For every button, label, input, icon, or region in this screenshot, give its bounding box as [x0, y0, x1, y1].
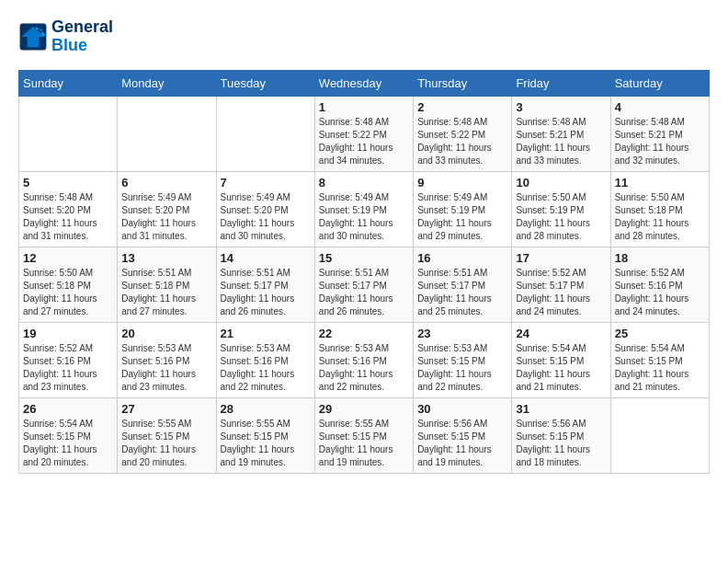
day-info: Sunrise: 5:50 AM Sunset: 5:18 PM Dayligh…: [615, 191, 705, 243]
day-info: Sunrise: 5:52 AM Sunset: 5:16 PM Dayligh…: [23, 342, 113, 394]
day-info: Sunrise: 5:52 AM Sunset: 5:16 PM Dayligh…: [615, 267, 705, 318]
day-info: Sunrise: 5:49 AM Sunset: 5:19 PM Dayligh…: [417, 191, 507, 243]
calendar-week-row: 12Sunrise: 5:50 AM Sunset: 5:18 PM Dayli…: [19, 247, 710, 322]
weekday-header: Tuesday: [216, 70, 314, 96]
weekday-header: Saturday: [610, 70, 709, 96]
day-info: Sunrise: 5:53 AM Sunset: 5:16 PM Dayligh…: [121, 342, 211, 394]
day-number: 27: [121, 402, 211, 416]
calendar-cell: 2Sunrise: 5:48 AM Sunset: 5:22 PM Daylig…: [414, 96, 512, 171]
calendar-cell: 21Sunrise: 5:53 AM Sunset: 5:16 PM Dayli…: [216, 322, 314, 397]
day-number: 3: [516, 100, 606, 114]
day-info: Sunrise: 5:53 AM Sunset: 5:16 PM Dayligh…: [319, 342, 409, 394]
day-number: 18: [615, 251, 705, 265]
calendar-cell: 6Sunrise: 5:49 AM Sunset: 5:20 PM Daylig…: [118, 171, 216, 247]
logo: General Blue: [18, 18, 113, 55]
calendar-table: SundayMondayTuesdayWednesdayThursdayFrid…: [18, 70, 710, 474]
day-info: Sunrise: 5:50 AM Sunset: 5:18 PM Dayligh…: [23, 267, 113, 318]
day-number: 26: [23, 402, 113, 416]
calendar-cell: 4Sunrise: 5:48 AM Sunset: 5:21 PM Daylig…: [610, 96, 709, 171]
day-number: 5: [23, 176, 113, 190]
day-info: Sunrise: 5:49 AM Sunset: 5:19 PM Dayligh…: [319, 191, 409, 243]
calendar-cell: 29Sunrise: 5:55 AM Sunset: 5:15 PM Dayli…: [314, 397, 413, 473]
day-info: Sunrise: 5:55 AM Sunset: 5:15 PM Dayligh…: [221, 418, 311, 469]
day-number: 23: [417, 327, 507, 340]
day-info: Sunrise: 5:56 AM Sunset: 5:15 PM Dayligh…: [417, 418, 507, 469]
day-info: Sunrise: 5:49 AM Sunset: 5:20 PM Dayligh…: [121, 191, 211, 243]
day-info: Sunrise: 5:51 AM Sunset: 5:17 PM Dayligh…: [319, 267, 409, 318]
calendar-week-row: 5Sunrise: 5:48 AM Sunset: 5:20 PM Daylig…: [19, 171, 710, 247]
day-number: 30: [417, 402, 507, 416]
day-number: 12: [23, 251, 113, 265]
day-number: 31: [516, 402, 606, 416]
day-number: 19: [23, 327, 113, 340]
day-number: 14: [221, 251, 311, 265]
calendar-cell: 14Sunrise: 5:51 AM Sunset: 5:17 PM Dayli…: [216, 247, 314, 322]
calendar-cell: 12Sunrise: 5:50 AM Sunset: 5:18 PM Dayli…: [19, 247, 118, 322]
day-number: 24: [516, 327, 606, 340]
calendar-cell: [19, 96, 118, 171]
day-number: 2: [417, 100, 507, 114]
calendar-cell: 13Sunrise: 5:51 AM Sunset: 5:18 PM Dayli…: [118, 247, 216, 322]
weekday-header: Friday: [512, 70, 610, 96]
page-header: General Blue: [18, 18, 710, 55]
day-number: 7: [221, 176, 311, 190]
calendar-cell: 5Sunrise: 5:48 AM Sunset: 5:20 PM Daylig…: [19, 171, 118, 247]
day-number: 6: [121, 176, 211, 190]
day-info: Sunrise: 5:50 AM Sunset: 5:19 PM Dayligh…: [516, 191, 606, 243]
calendar-cell: 16Sunrise: 5:51 AM Sunset: 5:17 PM Dayli…: [414, 247, 512, 322]
day-number: 29: [319, 402, 409, 416]
calendar-cell: 30Sunrise: 5:56 AM Sunset: 5:15 PM Dayli…: [414, 397, 512, 473]
logo-text: General Blue: [51, 18, 113, 55]
calendar-cell: [610, 397, 709, 473]
day-info: Sunrise: 5:53 AM Sunset: 5:16 PM Dayligh…: [221, 342, 311, 394]
day-number: 21: [221, 327, 311, 340]
day-info: Sunrise: 5:48 AM Sunset: 5:21 PM Dayligh…: [516, 116, 606, 167]
calendar-cell: 23Sunrise: 5:53 AM Sunset: 5:15 PM Dayli…: [414, 322, 512, 397]
day-info: Sunrise: 5:51 AM Sunset: 5:17 PM Dayligh…: [221, 267, 311, 318]
calendar-cell: 26Sunrise: 5:54 AM Sunset: 5:15 PM Dayli…: [19, 397, 118, 473]
day-info: Sunrise: 5:48 AM Sunset: 5:20 PM Dayligh…: [23, 191, 113, 243]
calendar-cell: 27Sunrise: 5:55 AM Sunset: 5:15 PM Dayli…: [118, 397, 216, 473]
calendar-cell: [118, 96, 216, 171]
day-info: Sunrise: 5:49 AM Sunset: 5:20 PM Dayligh…: [221, 191, 311, 243]
logo-icon: [18, 22, 48, 52]
day-number: 9: [417, 176, 507, 190]
calendar-cell: 7Sunrise: 5:49 AM Sunset: 5:20 PM Daylig…: [216, 171, 314, 247]
weekday-header: Thursday: [414, 70, 512, 96]
calendar-cell: [216, 96, 314, 171]
calendar-cell: 10Sunrise: 5:50 AM Sunset: 5:19 PM Dayli…: [512, 171, 610, 247]
day-info: Sunrise: 5:52 AM Sunset: 5:17 PM Dayligh…: [516, 267, 606, 318]
day-number: 22: [319, 327, 409, 340]
day-number: 13: [121, 251, 211, 265]
day-number: 16: [417, 251, 507, 265]
day-number: 1: [319, 100, 409, 114]
day-number: 8: [319, 176, 409, 190]
calendar-cell: 28Sunrise: 5:55 AM Sunset: 5:15 PM Dayli…: [216, 397, 314, 473]
weekday-header: Monday: [118, 70, 216, 96]
weekday-header: Wednesday: [314, 70, 413, 96]
calendar-cell: 3Sunrise: 5:48 AM Sunset: 5:21 PM Daylig…: [512, 96, 610, 171]
calendar-cell: 1Sunrise: 5:48 AM Sunset: 5:22 PM Daylig…: [314, 96, 413, 171]
calendar-cell: 18Sunrise: 5:52 AM Sunset: 5:16 PM Dayli…: [610, 247, 709, 322]
day-number: 4: [615, 100, 705, 114]
weekday-header: Sunday: [19, 70, 118, 96]
day-info: Sunrise: 5:54 AM Sunset: 5:15 PM Dayligh…: [516, 342, 606, 394]
calendar-cell: 8Sunrise: 5:49 AM Sunset: 5:19 PM Daylig…: [314, 171, 413, 247]
day-info: Sunrise: 5:55 AM Sunset: 5:15 PM Dayligh…: [319, 418, 409, 469]
calendar-week-row: 19Sunrise: 5:52 AM Sunset: 5:16 PM Dayli…: [19, 322, 710, 397]
calendar-body: 1Sunrise: 5:48 AM Sunset: 5:22 PM Daylig…: [19, 96, 710, 473]
calendar-cell: 31Sunrise: 5:56 AM Sunset: 5:15 PM Dayli…: [512, 397, 610, 473]
day-number: 20: [121, 327, 211, 340]
day-info: Sunrise: 5:54 AM Sunset: 5:15 PM Dayligh…: [23, 418, 113, 469]
day-info: Sunrise: 5:48 AM Sunset: 5:22 PM Dayligh…: [319, 116, 409, 167]
calendar-week-row: 1Sunrise: 5:48 AM Sunset: 5:22 PM Daylig…: [19, 96, 710, 171]
calendar-cell: 24Sunrise: 5:54 AM Sunset: 5:15 PM Dayli…: [512, 322, 610, 397]
calendar-week-row: 26Sunrise: 5:54 AM Sunset: 5:15 PM Dayli…: [19, 397, 710, 473]
day-number: 10: [516, 176, 606, 190]
calendar-cell: 17Sunrise: 5:52 AM Sunset: 5:17 PM Dayli…: [512, 247, 610, 322]
day-info: Sunrise: 5:53 AM Sunset: 5:15 PM Dayligh…: [417, 342, 507, 394]
calendar-cell: 11Sunrise: 5:50 AM Sunset: 5:18 PM Dayli…: [610, 171, 709, 247]
day-info: Sunrise: 5:54 AM Sunset: 5:15 PM Dayligh…: [615, 342, 705, 394]
day-info: Sunrise: 5:48 AM Sunset: 5:21 PM Dayligh…: [615, 116, 705, 167]
calendar-cell: 22Sunrise: 5:53 AM Sunset: 5:16 PM Dayli…: [314, 322, 413, 397]
